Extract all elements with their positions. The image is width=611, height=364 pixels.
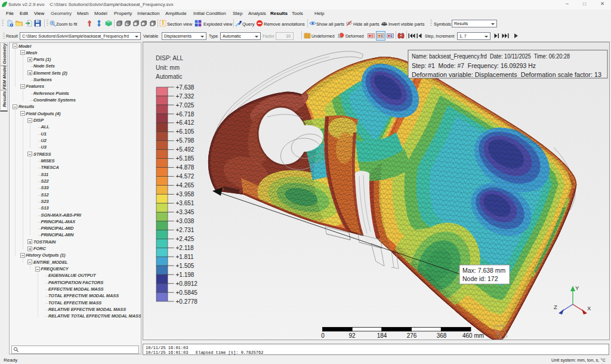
svg-text:+6.105: +6.105 (176, 128, 195, 135)
svg-text:+3.958: +3.958 (176, 191, 195, 198)
svg-text:Node id: 172: Node id: 172 (462, 275, 498, 282)
svg-text:+1.505: +1.505 (176, 263, 195, 269)
svg-text:Z: Z (554, 304, 557, 310)
svg-text:276: 276 (407, 332, 417, 339)
svg-text:Unit: mm: Unit: mm (156, 64, 180, 71)
svg-text:+2.425: +2.425 (176, 236, 195, 242)
svg-text:+1.811: +1.811 (176, 254, 195, 260)
svg-text:Max: 7.638 mm: Max: 7.638 mm (462, 267, 506, 274)
svg-text:Name: backseat_Frequency.frd: Name: backseat_Frequency.frd Date: 10/11… (412, 53, 570, 60)
svg-text:+3.345: +3.345 (176, 209, 195, 215)
svg-text:+4.572: +4.572 (176, 173, 195, 180)
svg-text:0: 0 (321, 332, 325, 339)
svg-text:DISP: ALL: DISP: ALL (156, 55, 184, 61)
svg-text:+3.038: +3.038 (176, 218, 195, 224)
svg-text:92: 92 (348, 332, 356, 339)
svg-text:+0.5845: +0.5845 (176, 289, 198, 296)
svg-text:+6.718: +6.718 (176, 111, 195, 118)
svg-text:Automatic: Automatic (156, 73, 182, 80)
svg-text:368: 368 (437, 332, 447, 339)
svg-text:Step: #1 Mode: #7 Frequency:: Step: #1 Mode: #7 Frequency: 16.09293 Hz (412, 63, 536, 69)
svg-text:460 mm: 460 mm (462, 332, 484, 339)
svg-text:+5.185: +5.185 (176, 155, 195, 162)
svg-text:+0.2778: +0.2778 (176, 298, 198, 305)
svg-text:+7.025: +7.025 (176, 102, 195, 109)
svg-text:+5.492: +5.492 (176, 146, 195, 153)
svg-text:+7.638: +7.638 (176, 84, 195, 91)
svg-text:184: 184 (377, 332, 387, 339)
svg-text:+6.412: +6.412 (176, 119, 195, 126)
svg-text:+0.8912: +0.8912 (176, 280, 198, 287)
svg-text:+2.118: +2.118 (176, 245, 195, 251)
svg-text:+5.798: +5.798 (176, 137, 195, 144)
svg-text:+3.651: +3.651 (176, 200, 195, 206)
svg-text:Deformation variable: Displace: Deformation variable: Displacements Defo… (412, 72, 601, 78)
svg-text:+1.198: +1.198 (176, 272, 195, 278)
svg-text:X: X (587, 305, 591, 311)
svg-text:+2.731: +2.731 (176, 227, 195, 233)
svg-text:Y: Y (575, 285, 579, 291)
svg-text:+4.265: +4.265 (176, 182, 195, 189)
svg-text:+7.332: +7.332 (176, 93, 195, 100)
svg-text:+4.878: +4.878 (176, 164, 195, 171)
